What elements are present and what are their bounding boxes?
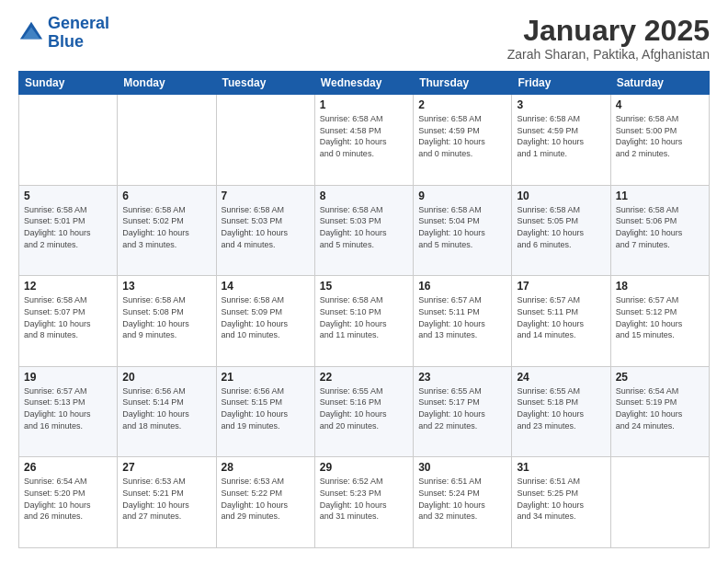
calendar-cell-1-0: 5Sunrise: 6:58 AM Sunset: 5:01 PM Daylig… [19,185,118,276]
day-number: 25 [616,371,704,384]
day-number: 7 [222,190,310,202]
day-info: Sunrise: 6:58 AM Sunset: 5:07 PM Dayligh… [24,294,112,340]
calendar-cell-3-2: 21Sunrise: 6:56 AM Sunset: 5:15 PM Dayli… [216,366,314,457]
week-row-4: 19Sunrise: 6:57 AM Sunset: 5:13 PM Dayli… [19,366,710,457]
logo: General Blue [18,15,109,52]
day-info: Sunrise: 6:57 AM Sunset: 5:12 PM Dayligh… [616,294,704,340]
day-info: Sunrise: 6:55 AM Sunset: 5:17 PM Dayligh… [418,385,506,431]
day-number: 23 [418,371,506,384]
day-number: 24 [517,371,605,384]
day-info: Sunrise: 6:58 AM Sunset: 5:02 PM Dayligh… [122,204,210,250]
calendar-cell-4-4: 30Sunrise: 6:51 AM Sunset: 5:24 PM Dayli… [414,457,512,548]
header-tuesday: Tuesday [216,72,314,95]
calendar-cell-1-1: 6Sunrise: 6:58 AM Sunset: 5:02 PM Daylig… [118,185,216,276]
day-number: 26 [24,461,112,474]
day-info: Sunrise: 6:58 AM Sunset: 5:10 PM Dayligh… [320,294,408,340]
calendar-cell-1-2: 7Sunrise: 6:58 AM Sunset: 5:03 PM Daylig… [216,185,314,276]
calendar-cell-1-5: 10Sunrise: 6:58 AM Sunset: 5:05 PM Dayli… [512,185,610,276]
day-info: Sunrise: 6:56 AM Sunset: 5:15 PM Dayligh… [222,385,310,431]
day-number: 11 [616,190,704,202]
day-number: 8 [320,190,408,202]
day-info: Sunrise: 6:58 AM Sunset: 5:00 PM Dayligh… [616,113,704,159]
day-number: 3 [517,98,605,111]
calendar-cell-2-2: 14Sunrise: 6:58 AM Sunset: 5:09 PM Dayli… [216,276,314,367]
week-row-3: 12Sunrise: 6:58 AM Sunset: 5:07 PM Dayli… [19,276,710,367]
day-info: Sunrise: 6:57 AM Sunset: 5:11 PM Dayligh… [517,294,605,340]
calendar-cell-2-0: 12Sunrise: 6:58 AM Sunset: 5:07 PM Dayli… [19,276,118,367]
calendar-cell-3-1: 20Sunrise: 6:56 AM Sunset: 5:14 PM Dayli… [118,366,216,457]
calendar-cell-3-6: 25Sunrise: 6:54 AM Sunset: 5:19 PM Dayli… [610,366,709,457]
day-info: Sunrise: 6:58 AM Sunset: 5:05 PM Dayligh… [517,204,605,250]
day-info: Sunrise: 6:58 AM Sunset: 5:08 PM Dayligh… [122,294,210,340]
header-friday: Friday [512,72,610,95]
day-number: 5 [24,190,112,202]
calendar-cell-0-2 [216,95,314,186]
calendar-cell-0-6: 4Sunrise: 6:58 AM Sunset: 5:00 PM Daylig… [610,95,709,186]
header-saturday: Saturday [610,72,709,95]
page-header: General Blue January 2025 Zarah Sharan, … [18,15,710,62]
week-row-2: 5Sunrise: 6:58 AM Sunset: 5:01 PM Daylig… [19,185,710,276]
calendar-cell-0-5: 3Sunrise: 6:58 AM Sunset: 4:59 PM Daylig… [512,95,610,186]
calendar-cell-0-0 [19,95,118,186]
week-row-1: 1Sunrise: 6:58 AM Sunset: 4:58 PM Daylig… [19,95,710,186]
calendar-cell-4-2: 28Sunrise: 6:53 AM Sunset: 5:22 PM Dayli… [216,457,314,548]
day-number: 22 [320,371,408,384]
day-number: 18 [616,280,704,293]
day-info: Sunrise: 6:54 AM Sunset: 5:19 PM Dayligh… [616,385,704,431]
calendar-cell-2-1: 13Sunrise: 6:58 AM Sunset: 5:08 PM Dayli… [118,276,216,367]
day-info: Sunrise: 6:53 AM Sunset: 5:22 PM Dayligh… [222,476,310,522]
day-number: 29 [320,461,408,474]
title-block: January 2025 Zarah Sharan, Paktika, Afgh… [507,15,710,62]
day-info: Sunrise: 6:58 AM Sunset: 4:59 PM Dayligh… [517,113,605,159]
header-thursday: Thursday [414,72,512,95]
day-info: Sunrise: 6:52 AM Sunset: 5:23 PM Dayligh… [320,476,408,522]
calendar-subtitle: Zarah Sharan, Paktika, Afghanistan [507,47,710,62]
calendar-table: Sunday Monday Tuesday Wednesday Thursday… [18,71,710,548]
calendar-cell-3-0: 19Sunrise: 6:57 AM Sunset: 5:13 PM Dayli… [19,366,118,457]
day-number: 1 [320,98,408,111]
day-number: 21 [222,371,310,384]
calendar-cell-0-3: 1Sunrise: 6:58 AM Sunset: 4:58 PM Daylig… [314,95,413,186]
calendar-cell-2-4: 16Sunrise: 6:57 AM Sunset: 5:11 PM Dayli… [414,276,512,367]
week-row-5: 26Sunrise: 6:54 AM Sunset: 5:20 PM Dayli… [19,457,710,548]
calendar-cell-0-4: 2Sunrise: 6:58 AM Sunset: 4:59 PM Daylig… [414,95,512,186]
calendar-cell-4-6 [610,457,709,548]
day-info: Sunrise: 6:58 AM Sunset: 5:04 PM Dayligh… [418,204,506,250]
calendar-cell-3-4: 23Sunrise: 6:55 AM Sunset: 5:17 PM Dayli… [414,366,512,457]
day-info: Sunrise: 6:51 AM Sunset: 5:25 PM Dayligh… [517,476,605,522]
day-number: 13 [122,280,210,293]
day-number: 17 [517,280,605,293]
day-info: Sunrise: 6:58 AM Sunset: 5:09 PM Dayligh… [222,294,310,340]
calendar-cell-4-5: 31Sunrise: 6:51 AM Sunset: 5:25 PM Dayli… [512,457,610,548]
day-info: Sunrise: 6:53 AM Sunset: 5:21 PM Dayligh… [122,476,210,522]
day-number: 20 [122,371,210,384]
day-number: 15 [320,280,408,293]
logo-icon [18,20,44,46]
day-info: Sunrise: 6:58 AM Sunset: 5:06 PM Dayligh… [616,204,704,250]
day-number: 12 [24,280,112,293]
calendar-cell-4-0: 26Sunrise: 6:54 AM Sunset: 5:20 PM Dayli… [19,457,118,548]
calendar-cell-3-5: 24Sunrise: 6:55 AM Sunset: 5:18 PM Dayli… [512,366,610,457]
day-info: Sunrise: 6:58 AM Sunset: 5:03 PM Dayligh… [320,204,408,250]
day-info: Sunrise: 6:57 AM Sunset: 5:13 PM Dayligh… [24,385,112,431]
day-number: 30 [418,461,506,474]
day-number: 4 [616,98,704,111]
calendar-title: January 2025 [507,15,710,47]
day-number: 19 [24,371,112,384]
header-sunday: Sunday [19,72,118,95]
day-number: 2 [418,98,506,111]
header-wednesday: Wednesday [314,72,413,95]
day-number: 28 [222,461,310,474]
calendar-cell-2-3: 15Sunrise: 6:58 AM Sunset: 5:10 PM Dayli… [314,276,413,367]
day-number: 6 [122,190,210,202]
calendar-cell-4-3: 29Sunrise: 6:52 AM Sunset: 5:23 PM Dayli… [314,457,413,548]
day-info: Sunrise: 6:58 AM Sunset: 4:59 PM Dayligh… [418,113,506,159]
calendar-cell-2-5: 17Sunrise: 6:57 AM Sunset: 5:11 PM Dayli… [512,276,610,367]
calendar-cell-4-1: 27Sunrise: 6:53 AM Sunset: 5:21 PM Dayli… [118,457,216,548]
day-info: Sunrise: 6:57 AM Sunset: 5:11 PM Dayligh… [418,294,506,340]
day-number: 16 [418,280,506,293]
day-info: Sunrise: 6:58 AM Sunset: 4:58 PM Dayligh… [320,113,408,159]
day-info: Sunrise: 6:54 AM Sunset: 5:20 PM Dayligh… [24,476,112,522]
calendar-cell-0-1 [118,95,216,186]
calendar-cell-1-3: 8Sunrise: 6:58 AM Sunset: 5:03 PM Daylig… [314,185,413,276]
